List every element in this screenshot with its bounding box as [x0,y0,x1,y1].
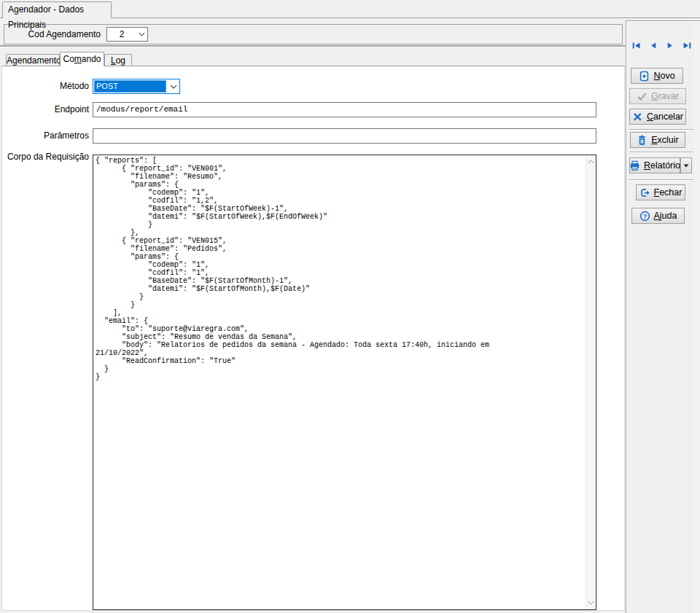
parametros-input[interactable] [93,128,596,144]
nav-prior-icon[interactable] [648,41,658,50]
cod-agendamento-combobox[interactable]: 2 [106,27,148,42]
relatorio-button[interactable]: Relatório [629,157,680,173]
endpoint-input[interactable]: /modus/report/email [93,102,596,117]
memo-scrollbar[interactable] [586,155,596,609]
printer-icon [629,160,640,171]
chevron-down-icon[interactable] [167,79,179,93]
new-document-icon [639,71,650,82]
metodo-label: Método [0,79,89,94]
dropdown-arrow-icon [683,164,689,168]
chevron-down-icon[interactable] [136,28,147,41]
window-tab-agendador[interactable]: Agendador - Dados Principais [2,1,112,18]
save-check-icon [637,91,648,102]
cod-agendamento-value: 2 [107,28,136,41]
button-label: Relatório [644,160,680,171]
button-group-separator [629,179,693,181]
exit-icon [639,187,650,198]
nav-first-icon[interactable] [631,41,642,50]
button-label: Cancelar [647,112,683,122]
nav-next-icon[interactable] [665,41,675,50]
cancelar-button[interactable]: Cancelar [629,109,686,125]
novo-button[interactable]: Novo [631,68,683,84]
record-navigator [626,41,696,50]
svg-text:?: ? [642,212,646,219]
cancel-x-icon [632,112,643,122]
sidebar-edge-highlight [696,22,696,613]
button-label: Gravar [651,91,679,101]
corpo-requisicao-text[interactable]: { "reports": [ { "report_id": "VEN001", … [96,157,583,608]
chevron-up-icon[interactable] [587,157,595,167]
button-label: Ajuda [654,211,677,221]
chevron-down-icon[interactable] [587,598,595,608]
fechar-button[interactable]: Fechar [636,184,685,200]
metodo-combobox[interactable]: POST [93,79,180,94]
cod-agendamento-panel: Cod Agendamento 2 [4,24,623,44]
button-group-separator [629,152,693,153]
corpo-requisicao-memo[interactable]: { "reports": [ { "report_id": "VEN001", … [93,155,596,610]
corpo-requisicao-label: Corpo da Requisição [0,152,89,162]
parametros-label: Parâmetros [0,128,89,144]
trash-icon [637,135,648,146]
tab-comando[interactable]: Comando [60,52,104,66]
action-sidebar: Novo Gravar Cancelar Excluir Relatório [626,20,700,613]
relatorio-dropdown-button[interactable] [680,157,692,173]
excluir-button[interactable]: Excluir [630,132,685,148]
splitter-bar-highlight [0,47,626,47]
help-icon: ? [639,211,650,222]
tab-log[interactable]: Log [104,54,132,66]
endpoint-label: Endpoint [0,102,89,117]
button-label: Excluir [651,135,679,145]
button-label: Novo [653,71,674,81]
gravar-button[interactable]: Gravar [629,88,686,104]
metodo-selected-value: POST [94,80,166,93]
ajuda-button[interactable]: ? Ajuda [631,208,685,224]
button-label: Fechar [654,187,682,198]
tab-agendamento[interactable]: Agendamento [6,54,60,66]
nav-last-icon[interactable] [682,41,692,50]
button-group-separator [629,129,693,130]
